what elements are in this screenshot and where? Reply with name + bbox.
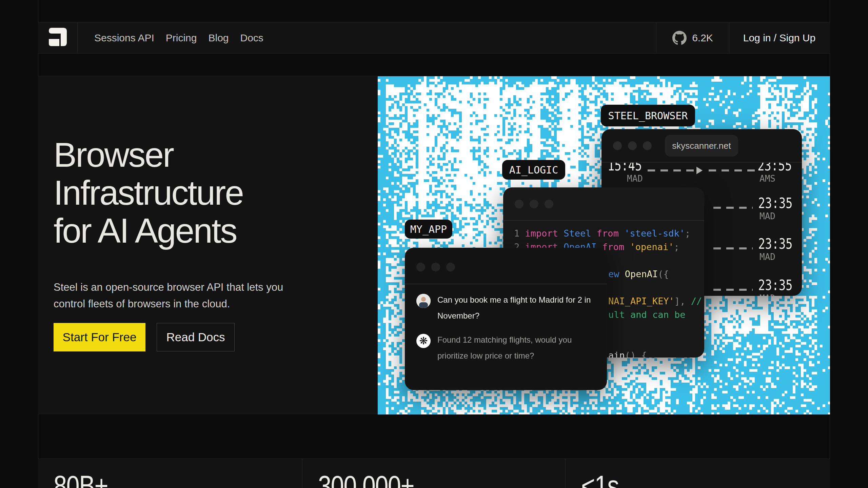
flight-dep-code: MAD — [627, 174, 643, 184]
title-line-3: for AI Agents — [54, 212, 243, 250]
steel-landing-page: Sessions API Pricing Blog Docs 6.2K Log … — [0, 0, 868, 488]
nav-link-pricing[interactable]: Pricing — [166, 32, 197, 44]
start-for-free-button[interactable]: Start For Free — [54, 323, 145, 351]
hero-section: Browser Infrastructure for AI Agents Ste… — [38, 76, 830, 414]
flight-path-dash — [648, 169, 695, 171]
title-line-2: Infrastructure — [54, 174, 243, 212]
subtitle-line-2: control fleets of browsers in the cloud. — [54, 296, 283, 312]
chat-titlebar — [405, 248, 607, 281]
chat-message-ai-line1: Found 12 matching flights, would you — [437, 335, 572, 345]
window-controls-icon — [613, 141, 652, 150]
nav-link-blog[interactable]: Blog — [208, 32, 229, 44]
stat-value: 80B+ — [54, 469, 108, 488]
code-line: 1 import Steel from 'steel-sdk'; — [514, 228, 690, 239]
github-icon — [672, 31, 687, 45]
code-line: ult and can be — [608, 309, 686, 320]
hero-illustration: STEEL_BROWSER skyscanner.net 15:45 MAD — [378, 76, 830, 414]
github-star-count: 6.2K — [692, 32, 713, 44]
my-app-tag: MY_APP — [405, 220, 452, 239]
subtitle-line-1: Steel is an open-source browser API that… — [54, 279, 283, 296]
chat-message-ai-line2: prioritize low price or time? — [437, 351, 534, 361]
steel-logo[interactable] — [38, 22, 78, 53]
login-signup-label: Log in / Sign Up — [743, 32, 815, 44]
stat-cell-sessions: 80B+ — [38, 459, 302, 488]
url-text: skyscanner.net — [672, 141, 731, 151]
url-bar[interactable]: skyscanner.net — [665, 135, 738, 157]
nav-link-sessions-api[interactable]: Sessions API — [94, 32, 154, 44]
login-signup-button[interactable]: Log in / Sign Up — [729, 22, 830, 53]
stat-value: <1s — [581, 469, 619, 488]
flight-dep-time: 15:45 — [608, 163, 642, 174]
title-line-1: Browser — [54, 136, 243, 174]
stat-value: 300,000+ — [318, 469, 414, 488]
stats-section: 80B+ 300,000+ <1s — [38, 459, 830, 488]
nav-links: Sessions API Pricing Blog Docs — [94, 22, 263, 53]
flight-arr-code: AMS — [760, 174, 775, 184]
chat-message-user-line2: November? — [437, 311, 479, 321]
flight-path-dash — [709, 169, 756, 171]
ai-logic-tag: AI_LOGIC — [502, 160, 565, 180]
github-stars-link[interactable]: 6.2K — [656, 22, 729, 53]
code-line: ew OpenAI({ — [608, 269, 669, 279]
page-title: Browser Infrastructure for AI Agents — [54, 136, 243, 250]
steel-logo-icon — [46, 28, 69, 48]
chat-window: Can you book me a flight to Madrid for 2… — [405, 248, 607, 390]
stat-cell-browsers: 300,000+ — [302, 459, 565, 488]
steel-browser-tag: STEEL_BROWSER — [601, 105, 695, 126]
window-controls-icon — [416, 263, 455, 271]
divider — [405, 284, 607, 284]
flight-arrow-icon — [696, 167, 703, 174]
browser-titlebar: skyscanner.net — [601, 129, 802, 162]
user-avatar — [416, 294, 431, 308]
read-docs-button[interactable]: Read Docs — [157, 323, 235, 351]
nav-link-docs[interactable]: Docs — [240, 32, 263, 44]
stat-cell-latency: <1s — [565, 459, 830, 488]
navbar: Sessions API Pricing Blog Docs 6.2K Log … — [38, 22, 830, 54]
code-line: NAI_API_KEY'], // — [608, 296, 702, 306]
flight-arr-time: 23:55 — [757, 163, 792, 174]
hero-subtitle: Steel is an open-source browser API that… — [54, 279, 283, 312]
code-line: ain() { — [608, 350, 647, 358]
openai-logo-icon: ❋ — [416, 334, 431, 348]
chat-message-user-line1: Can you book me a flight to Madrid for 2… — [437, 295, 591, 305]
